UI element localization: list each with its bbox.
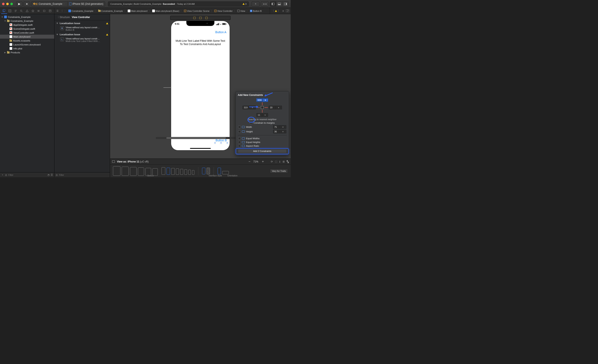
update-frames-icon[interactable]: ⟳ bbox=[271, 160, 273, 163]
bottom-strut[interactable] bbox=[262, 110, 262, 113]
add-icon[interactable]: ＋ bbox=[1, 173, 4, 177]
recent-icon[interactable]: ◔ bbox=[47, 173, 50, 176]
bottom-spacing-field[interactable]: 11▾ bbox=[257, 113, 268, 117]
align-icon[interactable]: ⫿ bbox=[279, 160, 281, 163]
device-iphone-selected[interactable] bbox=[166, 168, 170, 175]
scene-dock[interactable] bbox=[170, 16, 231, 20]
symbol-navigator-tab[interactable] bbox=[13, 8, 18, 14]
tree-group[interactable]: ▼Constraints_Example bbox=[0, 19, 54, 23]
device-iphone-4[interactable] bbox=[176, 169, 179, 175]
style-dark[interactable] bbox=[207, 168, 210, 174]
right-strut[interactable] bbox=[265, 107, 268, 108]
equal-widths-checkbox[interactable] bbox=[238, 137, 241, 140]
warning-count[interactable]: 3 bbox=[242, 3, 247, 5]
activity-status[interactable]: Constraints_Example | Build Constraints_… bbox=[108, 1, 249, 7]
issue-group[interactable]: ▼Localization Issue bbox=[54, 32, 110, 37]
library-button[interactable]: ＋ bbox=[252, 1, 259, 7]
back-nav[interactable]: 〈 bbox=[60, 9, 63, 12]
device-iphone-6[interactable] bbox=[184, 169, 187, 175]
pin-icon[interactable]: ⊞ bbox=[282, 160, 285, 163]
outline-body[interactable]: ▼Localization Issue B Views without any … bbox=[54, 20, 110, 172]
right-spacing-field[interactable]: 20▾ bbox=[269, 106, 282, 109]
prev-issue[interactable]: 〈 bbox=[272, 9, 274, 13]
device-preview[interactable]: 9:41 ⌵ Button A Multi-Line Text Label Fi… bbox=[171, 21, 230, 150]
width-checkbox[interactable] bbox=[238, 126, 241, 128]
outline-filter-input[interactable] bbox=[59, 174, 108, 176]
vary-for-traits-button[interactable]: Vary for Traits bbox=[270, 169, 288, 173]
jump-bar[interactable]: ☰ 〈 〉 Constraints_Example〉 Constraints_E… bbox=[54, 8, 270, 14]
device-group-iphones[interactable] bbox=[162, 167, 194, 175]
top-spacing-field[interactable]: 634▾ bbox=[257, 98, 268, 102]
device-iphone-8[interactable] bbox=[192, 170, 194, 175]
issue-group[interactable]: ▼Localization Issue bbox=[54, 21, 110, 25]
project-tree[interactable]: ▼Constraints_Example ▼Constraints_Exampl… bbox=[0, 14, 54, 172]
scope-icon[interactable]: ◎ bbox=[5, 173, 7, 176]
tree-file-selected[interactable]: Main.storyboard bbox=[0, 35, 54, 39]
add-editor-icon[interactable]: + bbox=[286, 9, 289, 13]
zoom-out[interactable]: − bbox=[249, 160, 250, 163]
orientation-portrait[interactable] bbox=[218, 168, 221, 174]
embed-icon[interactable]: ⬚ bbox=[275, 160, 277, 163]
run-button[interactable]: ▶ bbox=[16, 1, 22, 7]
scheme-selector[interactable]: �⊞ Constraints_Example 〉 iPhone SE (2nd … bbox=[31, 1, 105, 7]
button-a[interactable]: Button A bbox=[215, 31, 226, 34]
device-ipad-1[interactable] bbox=[113, 166, 120, 176]
forward-nav[interactable]: 〉 bbox=[64, 9, 67, 12]
top-strut[interactable] bbox=[262, 102, 262, 105]
vc-dock-icon[interactable] bbox=[193, 17, 196, 19]
orientation-landscape[interactable] bbox=[222, 171, 229, 174]
tree-file[interactable]: Info.plist bbox=[0, 47, 54, 50]
stop-button[interactable]: ■ bbox=[24, 1, 30, 7]
device-iphone-7[interactable] bbox=[188, 170, 191, 175]
issue-item[interactable]: B Views without any layout constr…Button… bbox=[54, 25, 110, 32]
project-navigator-tab[interactable] bbox=[1, 8, 7, 14]
code-review-button[interactable]: ⟷ bbox=[261, 1, 269, 7]
device-group-ipads[interactable] bbox=[113, 166, 158, 176]
source-control-navigator-tab[interactable] bbox=[7, 8, 13, 14]
interface-style-group[interactable] bbox=[202, 168, 210, 174]
tree-file[interactable]: LaunchScreen.storyboard bbox=[0, 42, 54, 47]
width-field[interactable]: 75▾ bbox=[273, 125, 286, 129]
issue-item[interactable]: L Views without any layout constr…Multi-… bbox=[54, 37, 110, 44]
device-ipad-2[interactable] bbox=[122, 167, 129, 176]
device-iphone-5[interactable] bbox=[180, 169, 183, 175]
canvas-area[interactable]: 9:41 ⌵ Button A Multi-Line Text Label Fi… bbox=[110, 14, 291, 159]
orientation-group[interactable] bbox=[218, 168, 229, 174]
toggle-inspector[interactable] bbox=[282, 1, 289, 7]
tree-project[interactable]: ▼Constraints_Example bbox=[0, 15, 54, 19]
find-navigator-tab[interactable] bbox=[18, 8, 24, 14]
aspect-ratio-checkbox[interactable] bbox=[238, 145, 241, 147]
zoom-value[interactable]: 71% bbox=[253, 160, 258, 163]
toggle-debug-area[interactable] bbox=[276, 1, 282, 7]
device-iphone-1[interactable] bbox=[162, 167, 165, 175]
multiline-label[interactable]: Multi-Line Text Label Filled With Some T… bbox=[174, 39, 226, 46]
zoom-window[interactable] bbox=[10, 3, 13, 5]
close-window[interactable] bbox=[2, 3, 5, 5]
filter-input[interactable] bbox=[8, 174, 46, 176]
outline-back[interactable]: 〈 Structure bbox=[57, 15, 70, 19]
equal-heights-checkbox[interactable] bbox=[238, 141, 241, 143]
first-responder-dock-icon[interactable] bbox=[199, 17, 202, 19]
tree-file[interactable]: ViewController.swift bbox=[0, 31, 54, 35]
height-checkbox[interactable] bbox=[238, 130, 241, 133]
view-as-label[interactable]: View as: iPhone 11 bbox=[117, 160, 139, 163]
scm-filter-icon[interactable]: ☰ bbox=[51, 173, 53, 176]
device-ipad-3[interactable] bbox=[130, 167, 137, 176]
device-ipad-4[interactable] bbox=[138, 168, 144, 176]
tree-file[interactable]: Assets.xcassets bbox=[0, 39, 54, 42]
style-light[interactable] bbox=[202, 168, 205, 174]
minimize-window[interactable] bbox=[6, 3, 9, 5]
issue-navigator-tab[interactable] bbox=[24, 8, 30, 14]
tree-file[interactable]: SceneDelegate.swift bbox=[0, 27, 54, 31]
report-navigator-tab[interactable] bbox=[47, 8, 53, 14]
zoom-in[interactable]: ＋ bbox=[261, 159, 265, 164]
test-navigator-tab[interactable] bbox=[30, 8, 36, 14]
left-spacing-field[interactable]: 319▾ bbox=[242, 106, 256, 109]
left-strut[interactable] bbox=[257, 107, 260, 108]
tree-file[interactable]: AppDelegate.swift bbox=[0, 23, 54, 27]
device-iphone-3[interactable] bbox=[171, 168, 175, 175]
next-issue[interactable]: 〉 bbox=[278, 9, 280, 13]
toggle-navigator[interactable] bbox=[270, 1, 276, 7]
tree-products[interactable]: ▶Products bbox=[0, 50, 54, 54]
exit-dock-icon[interactable] bbox=[205, 17, 208, 19]
